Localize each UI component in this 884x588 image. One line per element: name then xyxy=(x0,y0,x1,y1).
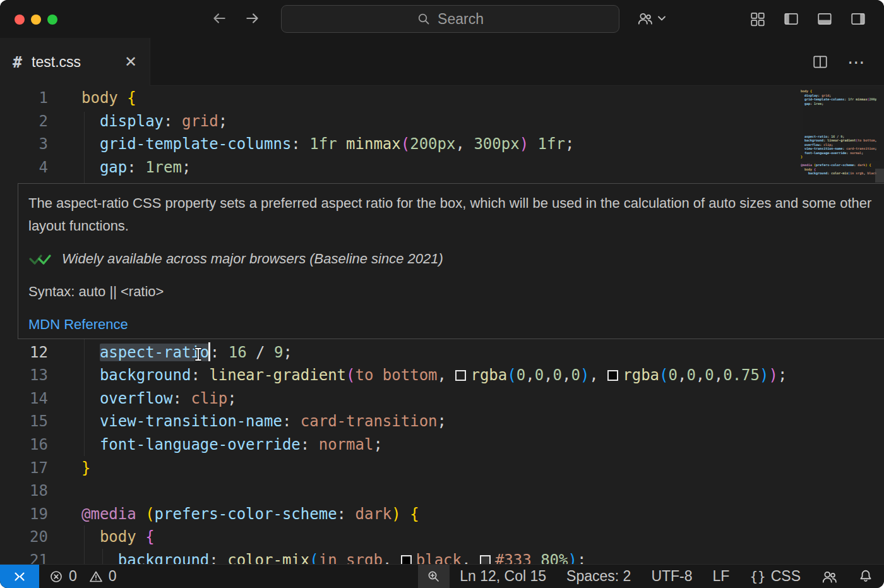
layout-controls xyxy=(750,11,866,27)
search-box[interactable]: Search xyxy=(281,5,619,33)
statusbar-right: Ln 12, Col 15 Spaces: 2 UTF-8 LF {} CSS xyxy=(418,565,884,588)
line-content: font-language-override: normal; xyxy=(66,433,383,457)
code-token: { xyxy=(410,505,419,523)
code-token: 0 xyxy=(705,366,714,384)
code-line[interactable]: 14 overflow: clip; xyxy=(0,387,884,411)
close-tab-icon[interactable]: ✕ xyxy=(124,53,137,71)
zoom-window-button[interactable] xyxy=(47,15,57,25)
code-token: , xyxy=(562,366,571,384)
language-mode-status[interactable]: {} CSS xyxy=(739,565,811,588)
code-token: dark xyxy=(355,505,392,523)
cursor-position-status[interactable]: Ln 12, Col 15 xyxy=(450,565,556,588)
code-token: in srgb xyxy=(319,551,383,564)
code-token xyxy=(401,505,410,523)
tab-label: test.css xyxy=(32,54,81,71)
indentation-status[interactable]: Spaces: 2 xyxy=(556,565,641,588)
language-label: CSS xyxy=(771,568,801,585)
code-line[interactable]: 19@media (prefers-color-scheme: dark) { xyxy=(0,503,884,526)
code-token: 0 xyxy=(686,366,695,384)
more-actions-button[interactable]: ⋯ xyxy=(847,52,866,73)
code-line[interactable]: 16 font-language-override: normal; xyxy=(0,433,884,457)
tooltip-description: The aspect-ratio CSS property sets a pre… xyxy=(28,192,873,237)
forward-button[interactable] xyxy=(244,10,262,28)
code-token xyxy=(136,528,145,546)
minimap[interactable]: body { display: grid; grid-template-colu… xyxy=(801,89,876,184)
mdn-reference-link[interactable]: MDN Reference xyxy=(28,313,128,336)
sidebar-left-icon xyxy=(783,11,799,27)
code-token: 0 xyxy=(553,366,562,384)
code-line[interactable]: 4 gap: 1rem; xyxy=(0,156,884,179)
code-line[interactable]: 1body { xyxy=(0,87,884,110)
line-content: @media (prefers-color-scheme: dark) { xyxy=(66,503,419,526)
code-token: 300px xyxy=(474,135,519,153)
code-token: , xyxy=(455,135,474,153)
encoding-status[interactable]: UTF-8 xyxy=(641,565,702,588)
line-content: body { xyxy=(66,87,136,110)
color-swatch[interactable] xyxy=(401,555,412,564)
code-line[interactable]: 20 body { xyxy=(0,525,884,549)
zoom-status-button[interactable] xyxy=(418,565,450,588)
code-token: ) xyxy=(768,366,777,384)
code-token: 1rem xyxy=(145,159,182,176)
customize-layout-button[interactable] xyxy=(750,11,766,27)
minimize-window-button[interactable] xyxy=(31,15,41,25)
line-content: overflow: clip; xyxy=(66,387,237,411)
tabbar: # test.css ✕ ⋯ xyxy=(0,38,884,86)
code-token: ; xyxy=(283,344,292,361)
code-token: 0 xyxy=(571,366,580,384)
line-number: 3 xyxy=(0,133,66,156)
code-token: ) xyxy=(520,135,529,153)
code-line[interactable]: 15 view-transition-name: card-transition… xyxy=(0,410,884,433)
window-controls xyxy=(15,15,57,25)
code-token: : xyxy=(173,390,191,407)
remote-indicator[interactable] xyxy=(0,565,39,588)
toggle-panel-button[interactable] xyxy=(816,11,833,27)
line-number: 1 xyxy=(0,87,66,110)
code-line[interactable]: 18 xyxy=(0,479,884,503)
color-swatch[interactable] xyxy=(455,370,466,381)
code-token: ( xyxy=(145,505,154,523)
code-line[interactable]: 17} xyxy=(0,457,884,480)
minimap-line: background: color-mix(in srgb, black, #3… xyxy=(801,171,876,176)
toggle-primary-sidebar-button[interactable] xyxy=(783,11,799,27)
accounts-status-button[interactable] xyxy=(811,565,847,588)
color-swatch[interactable] xyxy=(607,370,618,381)
errors-icon xyxy=(49,570,63,584)
problems-status[interactable]: 0 0 xyxy=(49,568,123,585)
code-line[interactable]: 13 background: linear-gradient(to bottom… xyxy=(0,364,884,387)
code-line[interactable]: 21 background: color-mix(in srgb, black,… xyxy=(0,549,884,564)
line-number: 21 xyxy=(0,549,66,564)
search-label: Search xyxy=(438,11,484,28)
code-token xyxy=(81,551,118,564)
scrollbar-thumb[interactable] xyxy=(875,169,884,183)
close-window-button[interactable] xyxy=(15,15,25,25)
braces-icon: {} xyxy=(750,569,765,584)
code-token: ; xyxy=(227,390,236,407)
accounts-menu[interactable] xyxy=(636,10,666,27)
back-button[interactable] xyxy=(211,10,229,28)
split-editor-button[interactable] xyxy=(812,54,828,70)
line-number: 2 xyxy=(0,110,66,133)
code-token: , xyxy=(525,366,534,384)
baseline-row: Widely available across major browsers (… xyxy=(28,248,873,270)
code-line[interactable]: 2 display: grid; xyxy=(0,110,884,133)
code-token: minmax xyxy=(346,135,401,153)
eol-status[interactable]: LF xyxy=(703,565,740,588)
code-token: { xyxy=(127,89,136,107)
color-swatch[interactable] xyxy=(480,555,491,564)
code-line[interactable]: 3 grid-template-columns: 1fr minmax(200p… xyxy=(0,133,884,156)
code-token: body xyxy=(100,528,136,546)
notifications-button[interactable] xyxy=(847,565,884,588)
code-token: : xyxy=(301,436,319,453)
css-file-icon: # xyxy=(13,53,22,71)
code-token: grid-template-columns xyxy=(100,135,291,153)
split-editor-icon xyxy=(812,54,828,70)
tab-test-css[interactable]: # test.css ✕ xyxy=(0,38,150,86)
code-line[interactable]: 12 aspect-ratio: 16 / 9; xyxy=(0,341,884,364)
code-token: ) xyxy=(568,551,577,564)
code-token: , xyxy=(544,366,552,384)
line-content: view-transition-name: card-transition; xyxy=(66,410,446,433)
code-token: : xyxy=(291,135,309,153)
toggle-secondary-sidebar-button[interactable] xyxy=(850,11,866,27)
code-token: 0 xyxy=(517,366,525,384)
